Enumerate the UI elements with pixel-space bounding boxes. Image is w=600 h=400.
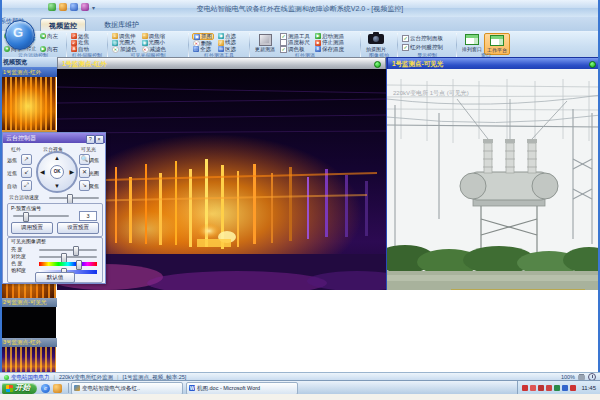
system-tray: 11:45 (517, 381, 600, 395)
hue-label: 色 度 (11, 260, 22, 266)
start-button[interactable]: 开始 (2, 383, 37, 394)
clock: 11:45 (581, 385, 596, 391)
substation-photo (387, 69, 600, 290)
visible-video-feed[interactable]: 220kV变电所 1号点 (可见光) 红外热像仪联动画面 ▾ × (387, 69, 600, 290)
windows-flag-icon (6, 385, 13, 392)
windows-icon (465, 34, 479, 45)
dpad-up-icon[interactable]: ▲ (54, 155, 60, 161)
taskbar-task-word-doc[interactable]: W 机图.doc - Microsoft Word (186, 382, 298, 395)
quick-launch: e (41, 384, 62, 393)
column-header-ir: 红外 (11, 146, 21, 152)
thumbnail-2-vis[interactable] (0, 307, 56, 338)
group-visible-servo: +调焦伸 ◎光圈大 ✕加滤色 −调焦缩 ◉光圈小 ✕减滤色 可见光伺服控制 (108, 32, 188, 58)
sidebar-item-1-ir[interactable]: 1号监测点-红外 (0, 67, 59, 77)
cube-icon (259, 34, 272, 46)
windows-icon (490, 35, 504, 46)
preset-slider[interactable] (13, 215, 69, 217)
ir-auto-button[interactable]: ⤢ (21, 180, 32, 191)
check-ir-servo[interactable]: ✓红外伺服控制 (401, 44, 444, 50)
tray-icon[interactable] (554, 385, 560, 391)
slider-thumb[interactable] (76, 260, 82, 270)
zoom-out-icon: − (142, 33, 148, 39)
tray-icon[interactable] (522, 385, 528, 391)
hue-slider[interactable] (39, 262, 97, 266)
printer-icon[interactable] (578, 375, 585, 380)
thumbnail-3-ir[interactable] (0, 347, 56, 372)
tab-database-maintenance[interactable]: 数据库维护 (96, 18, 147, 31)
contrast-slider[interactable] (39, 256, 97, 258)
vis-iris-label: 光圈 (89, 170, 99, 176)
help-icon[interactable]: ? (86, 135, 95, 144)
group-measure-tools: ▣抓图 ✕删除 ⬚全选 ◆点选 ╱线选 ▭区选 红外测温工具 (189, 32, 249, 58)
arrange-windows-button[interactable]: 排列窗口 (460, 33, 484, 53)
ptz-left-button[interactable]: ◀向左 (39, 33, 59, 39)
start-icon: ▶ (315, 33, 321, 39)
speed-slider[interactable] (49, 197, 99, 199)
slider-thumb[interactable] (23, 212, 29, 222)
thumbnail-1-ir[interactable] (0, 77, 56, 130)
ir-near-label: 近焦 (7, 170, 17, 176)
ptz-controller-panel[interactable]: 云台控制器 ? × 红外 云台视角 可见光 远焦 ↗ 近焦 ↙ 自动 ⤢ ▲ ▼… (2, 132, 106, 284)
taskbar-task-monitor-app[interactable]: 变电站智能电气设备红.. (71, 382, 183, 395)
point-select-icon: ◆ (218, 33, 224, 39)
status-dot-icon (374, 61, 381, 68)
close-icon[interactable]: × (95, 135, 104, 144)
tray-icon[interactable] (538, 385, 544, 391)
default-button[interactable]: 默认值 (35, 272, 75, 283)
ptz-dpad[interactable]: ▲ ▼ ◀ ▶ OK (36, 151, 78, 193)
vis-focus-label: 聚焦 (89, 183, 99, 189)
app-icon (74, 385, 80, 391)
adjust-label: 可见光图像调整 (11, 238, 46, 244)
iris-open-icon: ◎ (112, 40, 118, 46)
ir-auto-label: 自动 (7, 183, 17, 189)
preset-set-button[interactable]: 设置预置 (57, 222, 99, 234)
ir-video-feed[interactable] (57, 69, 386, 290)
ir-far-button[interactable]: ↗ (21, 154, 32, 165)
left-icon: ◀ (40, 33, 46, 39)
station-map-area: 机房 主控 (57, 290, 600, 372)
preset-call-button[interactable]: 调用预置 (11, 222, 53, 234)
ir-near-button[interactable]: ↙ (21, 167, 32, 178)
camera-icon (368, 34, 384, 44)
checkbox-checked-icon: ✓ (402, 44, 409, 51)
contrast-label: 对比度 (11, 253, 26, 259)
system-help-menu[interactable]: 系统帮助 (0, 17, 600, 26)
slider-thumb[interactable] (73, 246, 79, 256)
grab-image-icon: ▣ (194, 34, 200, 40)
far-focus-icon: ↗ (71, 33, 77, 39)
thermal-image (57, 69, 386, 290)
tray-icon[interactable] (530, 385, 536, 391)
update-measure-button[interactable]: 更新测温 (253, 33, 277, 53)
status-dot-icon (589, 61, 596, 68)
media-player-icon[interactable] (53, 384, 62, 393)
taskbar: 开始 e 变电站智能电气设备红.. W 机图.doc - Microsoft W… (0, 380, 600, 395)
sidebar-item-3-ir[interactable]: 3号监测点-红外 (0, 338, 59, 347)
ir-panel-title: 1号监测点-红外 (62, 60, 107, 67)
capture-image-button[interactable]: 拍摄图片 (364, 33, 388, 53)
tray-icon[interactable] (546, 385, 552, 391)
dpad-ok-button[interactable]: OK (50, 165, 64, 179)
tab-video-monitor[interactable]: 视频监控 (40, 18, 86, 32)
check-ptz-panel[interactable]: ✓云台控制面板 (401, 35, 444, 41)
ptz-panel-titlebar[interactable]: 云台控制器 ? × (3, 133, 105, 143)
tray-icon[interactable] (562, 385, 568, 391)
speed-label: 云台运动速度 (9, 194, 39, 200)
preset-label: P-预置点编号 (11, 205, 41, 211)
dpad-right-icon[interactable]: ▶ (69, 169, 74, 175)
dpad-left-icon[interactable]: ◀ (40, 169, 45, 175)
line-select-icon: ╱ (218, 40, 224, 46)
visible-panel-title: 1号监测点-可见光 (392, 60, 443, 67)
group-ir-servo: ↗远焦 ↙近焦 A自动 红外伺服控制 (67, 32, 107, 58)
saturation-label: 饱和度 (11, 267, 26, 273)
dpad-down-icon[interactable]: ▼ (54, 183, 60, 189)
preset-value-box[interactable]: 3 (79, 211, 97, 221)
group-window: 排列窗口 工作平台 窗口 (457, 32, 515, 58)
group-capture: 拍摄图片 图像抓拍 (361, 32, 397, 58)
word-icon: W (189, 385, 195, 391)
browser-icon[interactable]: e (41, 384, 50, 393)
tray-icon[interactable] (570, 385, 576, 391)
sidebar-item-2-vis[interactable]: 2号监测点-可见光 (0, 298, 59, 307)
group-display-control: ✓云台控制面板 ✓红外伺服控制 显示控制 (398, 32, 456, 58)
ribbon: ▲向上 ▼向下 ⚙ 停止 ◀向左 ▶向右 云台运动控制 ↗远焦 ↙近焦 A自动 … (0, 31, 600, 59)
brightness-slider[interactable] (39, 249, 97, 251)
